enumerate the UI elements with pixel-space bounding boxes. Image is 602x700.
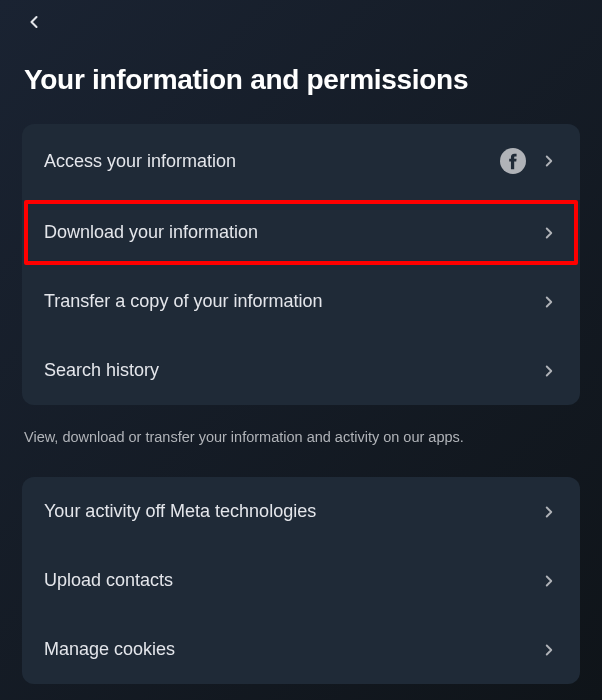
row-manage-cookies[interactable]: Manage cookies (22, 615, 580, 684)
row-upload-contacts[interactable]: Upload contacts (22, 546, 580, 615)
chevron-right-icon (540, 152, 558, 170)
row-label: Access your information (44, 151, 500, 172)
back-button[interactable] (20, 8, 48, 36)
section-2: Your activity off Meta technologies Uplo… (22, 477, 580, 684)
chevron-right-icon (540, 572, 558, 590)
chevron-right-icon (540, 224, 558, 242)
row-label: Transfer a copy of your information (44, 291, 540, 312)
row-activity-off-meta[interactable]: Your activity off Meta technologies (22, 477, 580, 546)
chevron-right-icon (540, 503, 558, 521)
row-label: Download your information (44, 222, 540, 243)
row-label: Search history (44, 360, 540, 381)
row-access-your-information[interactable]: Access your information (22, 124, 580, 198)
chevron-right-icon (540, 362, 558, 380)
chevron-left-icon (24, 12, 44, 32)
facebook-icon (500, 148, 526, 174)
chevron-right-icon (540, 293, 558, 311)
row-label: Manage cookies (44, 639, 540, 660)
row-search-history[interactable]: Search history (22, 336, 580, 405)
help-text: View, download or transfer your informat… (0, 413, 602, 457)
chevron-right-icon (540, 641, 558, 659)
row-transfer-copy[interactable]: Transfer a copy of your information (22, 267, 580, 336)
row-label: Your activity off Meta technologies (44, 501, 540, 522)
section-1: Access your information Download your in… (22, 124, 580, 405)
row-download-your-information[interactable]: Download your information (22, 198, 580, 267)
page-title: Your information and permissions (0, 36, 602, 116)
row-label: Upload contacts (44, 570, 540, 591)
